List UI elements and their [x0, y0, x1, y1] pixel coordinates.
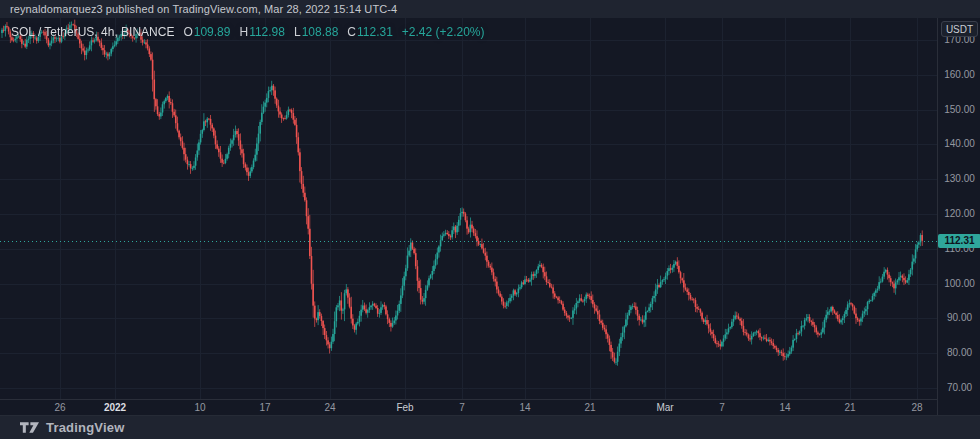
- publish-info-text: reynaldomarquez3 published on TradingVie…: [10, 3, 397, 15]
- time-tick-label: 14: [519, 400, 530, 415]
- currency-toggle-button[interactable]: USDT: [941, 21, 978, 37]
- ohlc-open: O109.89: [183, 25, 230, 39]
- price-tick-label: 90.00: [938, 312, 980, 324]
- price-tick-label: 100.00: [938, 278, 980, 290]
- time-tick-label: 26: [54, 400, 65, 415]
- time-tick-label: 17: [259, 400, 270, 415]
- time-axis[interactable]: 262022101724Feb71421Mar7142128: [0, 399, 980, 415]
- time-tick-label: 14: [779, 400, 790, 415]
- candlestick-chart[interactable]: [0, 18, 937, 399]
- tradingview-brand-text[interactable]: TradingView: [46, 420, 125, 435]
- time-tick-label: Feb: [396, 400, 413, 415]
- ohlc-close: C112.31: [347, 25, 392, 39]
- chart-area: SOL / TetherUS, 4h, BINANCE O109.89 H112…: [0, 18, 980, 415]
- tradingview-logo-icon[interactable]: [20, 422, 39, 433]
- time-tick-label: 21: [584, 400, 595, 415]
- last-price-tag: 112.31: [938, 234, 980, 248]
- price-tick-label: 150.00: [938, 104, 980, 116]
- price-tick-label: 140.00: [938, 138, 980, 150]
- footer-bar: TradingView: [0, 415, 980, 439]
- ohlc-low: L108.88: [294, 25, 338, 39]
- time-tick-label: Mar: [656, 400, 673, 415]
- time-tick-label: 7: [459, 400, 465, 415]
- price-tick-label: 160.00: [938, 69, 980, 81]
- tradingview-published-chart: reynaldomarquez3 published on TradingVie…: [0, 0, 980, 439]
- time-tick-label: 21: [844, 400, 855, 415]
- symbol-legend: SOL / TetherUS, 4h, BINANCE O109.89 H112…: [11, 25, 485, 39]
- price-tick-label: 120.00: [938, 208, 980, 220]
- price-tick-label: 130.00: [938, 173, 980, 185]
- price-change: +2.42 (+2.20%): [402, 25, 485, 39]
- ohlc-high: H112.98: [239, 25, 284, 39]
- time-tick-label: 7: [719, 400, 725, 415]
- price-tick-label: 70.00: [938, 382, 980, 394]
- publish-info-bar: reynaldomarquez3 published on TradingVie…: [0, 0, 980, 18]
- price-tick-label: 80.00: [938, 347, 980, 359]
- price-axis[interactable]: 70.0080.0090.00100.00110.00120.00130.001…: [937, 18, 980, 415]
- time-tick-label: 2022: [104, 400, 126, 415]
- time-tick-label: 28: [911, 400, 922, 415]
- symbol-title[interactable]: SOL / TetherUS, 4h, BINANCE: [11, 25, 174, 39]
- time-tick-label: 24: [324, 400, 335, 415]
- time-tick-label: 10: [194, 400, 205, 415]
